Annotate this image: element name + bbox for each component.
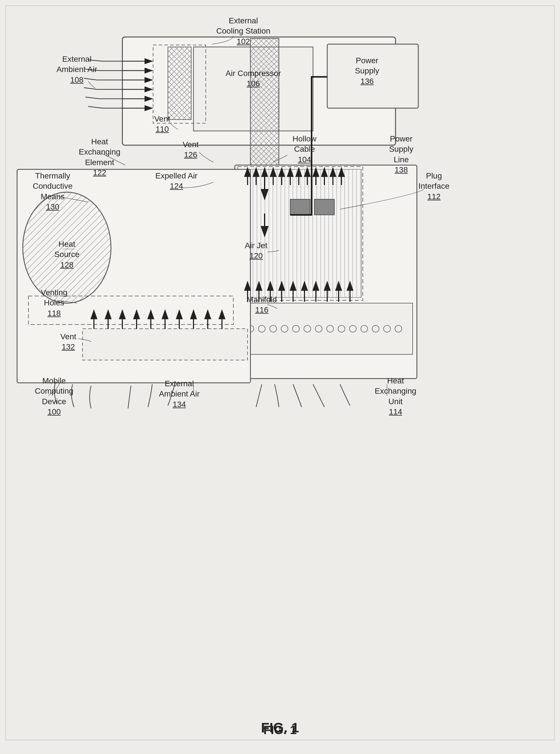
label-ambient-air-bottom: ExternalAmbient Air134: [139, 379, 219, 410]
svg-rect-33: [315, 199, 334, 215]
label-heat-source: HeatSource128: [37, 239, 97, 270]
label-cooling-station: ExternalCooling Station102: [194, 16, 293, 47]
label-mobile-computing: MobileComputingDevice100: [17, 376, 91, 417]
label-hollow-cable: HollowCable104: [273, 134, 336, 165]
label-heat-exchanging-unit: HeatExchangingUnit114: [359, 376, 433, 417]
label-vent-132: Vent132: [43, 332, 94, 352]
label-plug-interface: PlugInterface112: [401, 171, 467, 202]
label-vent-126: Vent126: [168, 139, 214, 160]
svg-rect-10: [168, 47, 191, 120]
label-power-supply-line: PowerSupplyLine138: [370, 134, 433, 175]
label-manifold: Manifold116: [233, 295, 290, 315]
label-venting-holes: VentingHoles118: [23, 287, 85, 318]
label-air-jet: Air Jet120: [233, 240, 279, 261]
label-power-supply: PowerSupply136: [330, 56, 404, 86]
figure-caption-text: FIG. 1: [261, 720, 299, 735]
label-thermally-conductive: ThermallyConductiveMeans130: [16, 171, 89, 212]
svg-rect-37: [82, 329, 247, 360]
label-expelled-air: Expelled Air124: [145, 171, 208, 192]
svg-rect-32: [290, 199, 310, 215]
label-vent-110: Vent110: [139, 114, 185, 135]
label-air-compressor: Air Compressor106: [214, 68, 293, 89]
svg-rect-30: [239, 170, 361, 297]
label-ambient-air-top: ExternalAmbient Air108: [40, 54, 114, 85]
